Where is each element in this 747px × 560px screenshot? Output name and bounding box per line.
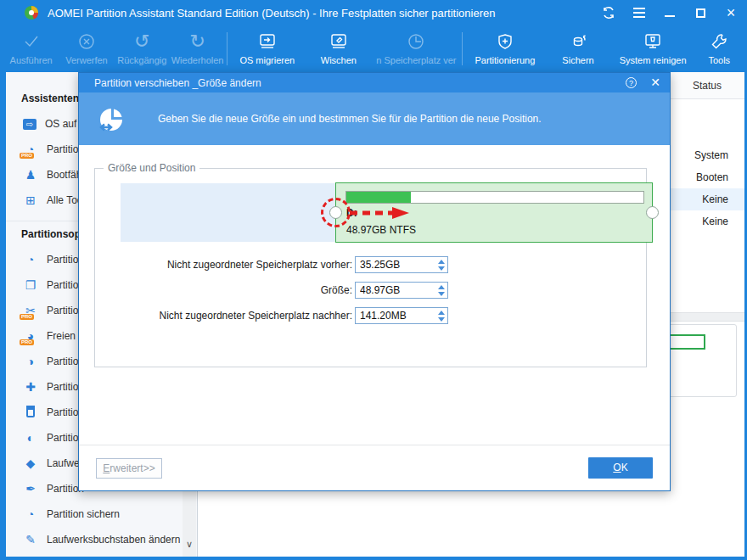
- shield-plus-icon: [495, 29, 515, 54]
- minimize-icon[interactable]: [660, 3, 679, 22]
- toolbar-separator: [227, 32, 227, 65]
- usage-bar: [345, 191, 644, 204]
- sidebar-item-change-drive-letter[interactable]: ✎ Laufwerksbuchstaben ändern: [6, 527, 197, 552]
- advanced-button[interactable]: Erweitert>>: [96, 458, 162, 479]
- drive-arrow-icon: ⇨: [23, 119, 37, 130]
- dialog-title-bar: Partition verschieben _Größe ändern ? ✕: [79, 73, 670, 92]
- pie-arrows-icon: ◔: [23, 253, 38, 266]
- maximize-icon[interactable]: [691, 3, 710, 22]
- close-icon[interactable]: ×: [722, 3, 740, 22]
- app-logo-icon: [24, 5, 39, 20]
- unallocated-before-spinbox[interactable]: [355, 256, 448, 273]
- size-spinbox[interactable]: [355, 282, 448, 299]
- spin-down-icon[interactable]: [438, 317, 445, 322]
- pie-icon: ◑: [23, 355, 38, 368]
- pie-clock-icon: [406, 29, 426, 54]
- highlight-circle: [321, 198, 351, 227]
- toolbar-backup-button[interactable]: Sichern: [545, 25, 610, 72]
- drag-direction-arrow: [350, 207, 411, 219]
- spin-up-icon[interactable]: [438, 311, 445, 315]
- dialog-close-icon[interactable]: ✕: [649, 76, 662, 89]
- sidebar-item-backup-partition[interactable]: ◔ Partition sichern: [6, 501, 197, 527]
- toolbar-partitioning-button[interactable]: Partitionierung: [464, 25, 545, 72]
- field-unallocated-before: Nicht zugeordneter Speicherplatz vorher:: [112, 256, 448, 273]
- plus-icon: ✚: [23, 380, 38, 394]
- copy-icon: ❐: [23, 278, 38, 292]
- ok-button[interactable]: OK: [588, 457, 653, 479]
- pro-badge: PRO: [20, 339, 34, 345]
- trash-icon: [23, 406, 38, 419]
- size-position-groupbox: Größe und Position D: 48.97GB NTFS Nicht…: [94, 168, 647, 367]
- app-window: AOMEI Partition Assistant Standard Editi…: [0, 0, 747, 560]
- size-input[interactable]: [356, 283, 447, 298]
- usage-fill: [346, 192, 411, 203]
- field-label: Nicht zugeordneter Speicherplatz vorher:: [112, 259, 352, 271]
- unallocated-before-input[interactable]: [356, 257, 447, 272]
- unallocated-before-segment: [121, 183, 335, 242]
- unallocated-after-input[interactable]: [356, 308, 447, 323]
- wipe-disk-icon: [329, 29, 349, 54]
- refresh-icon[interactable]: [599, 3, 618, 22]
- scissors-icon: ✂PRO: [23, 304, 38, 317]
- pencil-icon: ✎: [23, 533, 38, 546]
- redo-icon: ↻: [189, 29, 205, 54]
- dialog-banner: Geben Sie die neue Größe ein und bestimm…: [79, 92, 670, 145]
- field-label: Größe:: [112, 284, 352, 296]
- pro-badge: PRO: [20, 314, 34, 320]
- toolbar-clean-system-button[interactable]: System reinigen: [611, 25, 695, 72]
- spinner-arrows[interactable]: [438, 283, 445, 298]
- help-icon[interactable]: ?: [626, 77, 637, 88]
- partition-info: 48.97GB NTFS: [346, 224, 416, 236]
- resize-move-dialog: Partition verschieben _Größe ändern ? ✕ …: [78, 72, 671, 491]
- wrench-icon: [709, 29, 729, 54]
- chevron-down-icon[interactable]: ∨: [183, 539, 196, 550]
- move-partition-icon: [96, 104, 126, 135]
- spinner-arrows[interactable]: [438, 308, 445, 323]
- toolbar-wipe-button[interactable]: Wischen: [305, 25, 372, 72]
- dialog-footer-separator: [79, 445, 670, 445]
- toolbar-allocate-space-button[interactable]: n Speicherplatz ver: [372, 25, 460, 72]
- pie-icon: ◔: [23, 507, 38, 521]
- toolbar-migrate-os-button[interactable]: OS migrieren: [229, 25, 305, 72]
- backup-icon: [568, 29, 588, 54]
- resize-handle-right[interactable]: [646, 206, 659, 219]
- toolbar: Ausführen Verwerfen ↺ Rückgängig ↻ Wiede…: [0, 25, 747, 72]
- undo-icon: ↺: [134, 29, 149, 54]
- tag-icon: ◆: [23, 456, 38, 470]
- spin-up-icon[interactable]: [438, 260, 445, 264]
- broom-icon: ✒: [23, 482, 38, 496]
- migrate-os-icon: [257, 29, 278, 54]
- dialog-banner-text: Geben Sie die neue Größe ein und bestimm…: [158, 92, 542, 145]
- dialog-title: Partition verschieben _Größe ändern: [94, 77, 261, 89]
- field-size: Größe:: [112, 282, 448, 299]
- groupbox-label: Größe und Position: [104, 162, 199, 174]
- spin-up-icon[interactable]: [438, 285, 445, 289]
- clean-system-icon: [643, 29, 663, 54]
- pie-icon: ◐: [23, 431, 38, 445]
- toolbar-undo-button[interactable]: ↺ Rückgängig: [115, 25, 170, 72]
- field-label: Nicht zugeordneter Speicherplatz nachher…: [112, 310, 352, 322]
- pie-icon: ◔PRO: [23, 143, 38, 156]
- toolbar-redo-button[interactable]: ↻ Wiederholen: [170, 25, 225, 72]
- pie-icon: ◕PRO: [23, 329, 38, 343]
- spinner-arrows[interactable]: [438, 257, 445, 272]
- window-controls: ×: [599, 0, 740, 25]
- check-icon: [21, 29, 42, 54]
- pro-badge: PRO: [20, 153, 34, 159]
- field-unallocated-after: Nicht zugeordneter Speicherplatz nachher…: [112, 307, 448, 324]
- status-column-header: Status: [671, 72, 744, 99]
- spin-down-icon[interactable]: [438, 266, 445, 271]
- spin-down-icon[interactable]: [438, 292, 445, 296]
- toolbar-separator: [462, 32, 463, 65]
- toolbar-tools-button[interactable]: Tools: [695, 25, 744, 72]
- window-title: AOMEI Partition Assistant Standard Editi…: [48, 7, 495, 20]
- discard-icon: [76, 29, 97, 54]
- person-icon: ♟: [23, 168, 38, 182]
- toolbar-apply-button[interactable]: Ausführen: [3, 25, 59, 72]
- title-bar: AOMEI Partition Assistant Standard Editi…: [0, 0, 747, 25]
- unallocated-after-spinbox[interactable]: [355, 307, 448, 324]
- grid-icon: ⊞: [23, 193, 38, 207]
- menu-icon[interactable]: [630, 3, 649, 22]
- toolbar-discard-button[interactable]: Verwerfen: [59, 25, 114, 72]
